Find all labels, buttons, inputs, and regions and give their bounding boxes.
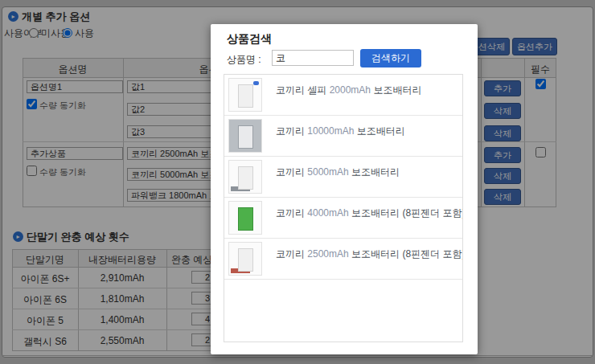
product-thumbnail [228,160,262,194]
product-name-label: 상품명 : [227,53,261,67]
product-result-item[interactable]: 코끼리 4000mAh 보조배터리 (8핀젠더 포함) [224,198,462,239]
search-button[interactable]: 검색하기 [360,49,421,67]
modal-title: 상품검색 [227,32,272,47]
product-title: 코끼리 2500mAh 보조배터리 (8핀젠더 포함) [276,247,463,261]
product-thumbnail [228,242,262,276]
product-result-item[interactable]: 코끼리 2500mAh 보조배터리 (8핀젠더 포함) [224,239,462,280]
search-results-list: 코끼리 셀피 2000mAh 보조배터리 코끼리 10000mAh 보조배터리 … [224,74,463,342]
product-thumbnail [228,119,262,153]
product-thumbnail [228,78,262,112]
product-name-input[interactable] [272,50,354,66]
product-result-item[interactable]: 코끼리 5000mAh 보조배터리 [224,157,462,198]
product-result-item[interactable]: 코끼리 셀피 2000mAh 보조배터리 [224,75,462,116]
product-title: 코끼리 4000mAh 보조배터리 (8핀젠더 포함) [276,207,463,220]
product-thumbnail [228,201,262,235]
product-search-modal: 상품검색 상품명 : 검색하기 코끼리 셀피 2000mAh 보조배터리 코끼리… [211,24,478,354]
screen: ▸ 개별 추가 옵션 사용여부 미사용 사용 옵션삭제 옵션추가 옵션명 옵션값… [0,0,595,364]
product-title: 코끼리 5000mAh 보조배터리 [276,166,400,179]
product-title: 코끼리 셀피 2000mAh 보조배터리 [276,84,421,97]
product-title: 코끼리 10000mAh 보조배터리 [276,125,405,138]
product-result-item[interactable]: 코끼리 10000mAh 보조배터리 [224,116,462,157]
